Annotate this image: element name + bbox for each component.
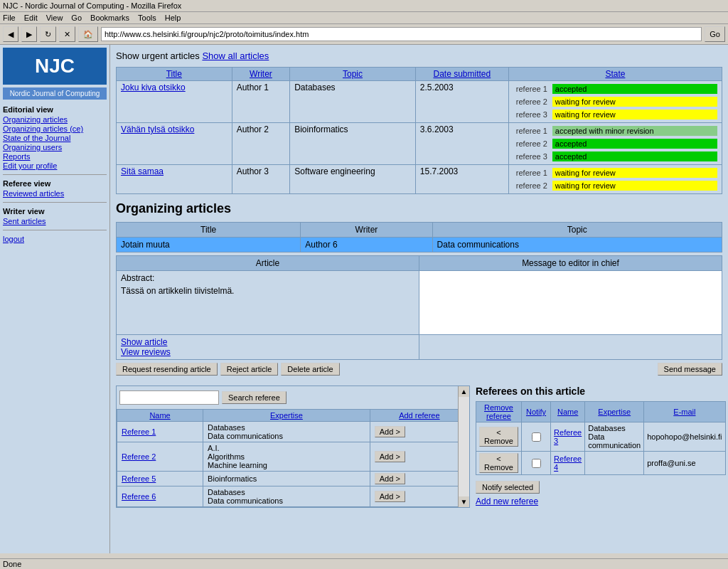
organizing-table: Title Writer Topic Jotain muuta Author 6… — [116, 222, 722, 252]
article-links-cell: Show article View reviews — [117, 335, 419, 360]
writer-3: Author 3 — [232, 165, 290, 194]
referee-link-6[interactable]: Referee 6 — [122, 492, 156, 501]
send-message-wrapper: Send message — [658, 363, 722, 376]
menu-bookmarks[interactable]: Bookmarks — [90, 14, 129, 22]
remove-referee-4-button[interactable]: < Remove — [479, 453, 518, 473]
delete-article-button[interactable]: Delete article — [281, 363, 339, 376]
article-link-2[interactable]: Vähän tylsä otsikko — [121, 124, 194, 134]
action-left-buttons: Request resending article Reject article… — [116, 363, 340, 376]
menu-help[interactable]: Help — [165, 14, 181, 22]
sidebar-item-reports[interactable]: Reports — [3, 152, 107, 161]
search-referee-input[interactable] — [119, 390, 219, 405]
referee-link-5[interactable]: Referee 5 — [122, 474, 156, 483]
article-link-3[interactable]: Sitä samaa — [121, 166, 164, 176]
add-referee-6-button[interactable]: Add > — [375, 491, 405, 502]
list-item: Referee 1 DatabasesData communications A… — [117, 422, 469, 442]
notify-selected-button[interactable]: Notify selected — [476, 481, 540, 494]
back-button[interactable]: ◀ — [3, 26, 18, 42]
home-button[interactable]: 🏠 — [78, 26, 98, 42]
editorial-view-section: Editorial view Organizing articles Organ… — [3, 105, 107, 170]
sidebar-item-organizing-articles-ce[interactable]: Organizing articles (ce) — [3, 124, 107, 133]
stop-button[interactable]: ✕ — [59, 26, 75, 42]
view-reviews-link[interactable]: View reviews — [121, 347, 171, 357]
add-referee-1-button[interactable]: Add > — [375, 426, 405, 437]
scroll-up[interactable]: ▲ — [459, 386, 469, 397]
detail-row: Abstract: Tässä on artikkelin tiivistelm… — [117, 271, 722, 335]
org-th-writer: Writer — [301, 223, 432, 238]
sidebar-item-state-of-journal[interactable]: State of the Journal — [3, 134, 107, 142]
ref-th-name[interactable]: Name — [551, 402, 585, 422]
search-th-expertise[interactable]: Expertise — [203, 410, 370, 422]
send-message-button[interactable]: Send message — [658, 363, 722, 376]
status-3: referee 1waiting for review referee 2wai… — [508, 165, 722, 194]
search-referee-button[interactable]: Search referee — [222, 391, 287, 404]
forward-button[interactable]: ▶ — [21, 26, 37, 42]
referee-4-link[interactable]: Referee 4 — [554, 454, 582, 472]
detail-th-message: Message to editor in chief — [419, 256, 722, 271]
referee-3-link[interactable]: Referee 3 — [554, 428, 582, 445]
journal-name: Nordic Journal of Computing — [3, 87, 107, 100]
ref-th-remove: Remove referee — [476, 402, 522, 422]
go-button[interactable]: Go — [705, 26, 725, 42]
show-all-articles-link[interactable]: Show all articles — [202, 50, 269, 61]
writer-1: Author 1 — [232, 81, 290, 123]
referee-link-2[interactable]: Referee 2 — [122, 452, 156, 461]
sidebar-item-organizing-users[interactable]: Organizing users — [3, 143, 107, 151]
writer-view-title: Writer view — [3, 207, 107, 216]
ref-th-email[interactable]: E-mail — [644, 402, 725, 422]
show-article-link[interactable]: Show article — [121, 337, 167, 347]
logout-link[interactable]: logout — [3, 235, 107, 243]
sidebar-item-reviewed-articles[interactable]: Reviewed articles — [3, 189, 107, 198]
topic-2: Bioinformatics — [290, 123, 416, 165]
article-link-1[interactable]: Joku kiva otsikko — [121, 83, 186, 92]
list-item: < Remove Referee 3 DatabasesData communi… — [476, 422, 726, 452]
detail-links-row: Show article View reviews — [117, 335, 722, 360]
menu-file[interactable]: File — [3, 14, 16, 22]
menu-view[interactable]: View — [46, 14, 63, 22]
th-state[interactable]: State — [508, 68, 722, 81]
remove-referee-3-button[interactable]: < Remove — [479, 427, 518, 447]
scroll-bar[interactable]: ▲ ▼ — [458, 386, 469, 507]
status-2: referee 1accepted with minor revision re… — [508, 123, 722, 165]
browser-toolbar: ◀ ▶ ↻ ✕ 🏠 Go — [0, 24, 728, 45]
message-textarea[interactable] — [424, 273, 717, 330]
ref-th-expertise[interactable]: Expertise — [585, 402, 644, 422]
th-topic[interactable]: Topic — [290, 68, 416, 81]
browser-menubar: File Edit View Go Bookmarks Tools Help — [0, 12, 728, 24]
url-input[interactable] — [101, 27, 702, 41]
writer-view-section: Writer view Sent articles — [3, 207, 107, 225]
referee-1-expertise: DatabasesData communications — [203, 422, 370, 442]
list-item: Referee 6 DatabasesData communications A… — [117, 486, 469, 507]
scroll-track[interactable] — [459, 397, 469, 496]
search-input-row: Search referee — [117, 386, 469, 409]
reload-button[interactable]: ↻ — [40, 26, 56, 42]
org-table-row: Jotain muuta Author 6 Data communication… — [117, 238, 722, 252]
th-title[interactable]: Title — [117, 68, 232, 81]
org-th-title: Title — [117, 223, 301, 238]
reject-article-button[interactable]: Reject article — [220, 363, 279, 376]
add-referee-5-button[interactable]: Add > — [375, 473, 405, 484]
request-resending-button[interactable]: Request resending article — [116, 363, 218, 376]
scroll-down[interactable]: ▼ — [459, 496, 469, 507]
search-th-name[interactable]: Name — [117, 410, 203, 422]
topic-1: Databases — [290, 81, 416, 123]
ref-th-notify[interactable]: Notify — [521, 402, 550, 422]
referee-link-1[interactable]: Referee 1 — [122, 427, 156, 436]
sidebar-item-organizing-articles[interactable]: Organizing articles — [3, 115, 107, 124]
th-writer[interactable]: Writer — [232, 68, 290, 81]
address-bar — [101, 27, 702, 41]
menu-tools[interactable]: Tools — [138, 14, 156, 22]
message-cell[interactable] — [419, 271, 722, 335]
sidebar-item-sent-articles[interactable]: Sent articles — [3, 217, 107, 225]
referee-view-title: Referee view — [3, 179, 107, 188]
menu-edit[interactable]: Edit — [24, 14, 38, 22]
add-referee-2-button[interactable]: Add > — [375, 451, 405, 462]
browser-title: NJC - Nordic Journal of Computing - Mozi… — [3, 1, 181, 10]
th-date-submitted[interactable]: Date submitted — [415, 68, 508, 81]
notify-referee-4-checkbox[interactable] — [532, 459, 541, 468]
menu-go[interactable]: Go — [71, 14, 82, 22]
add-new-referee-link[interactable]: Add new referee — [476, 496, 726, 506]
search-th-add: Add referee — [370, 410, 469, 422]
notify-referee-3-checkbox[interactable] — [532, 432, 541, 442]
sidebar-item-edit-profile[interactable]: Edit your profile — [3, 161, 107, 170]
